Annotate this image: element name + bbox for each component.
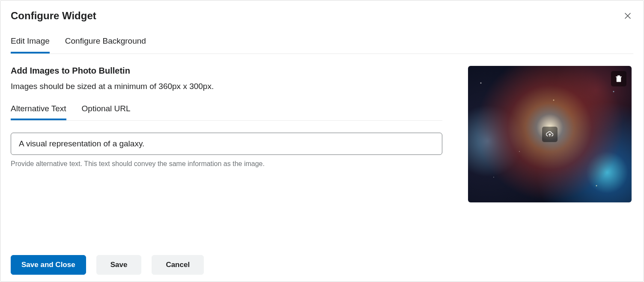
svg-rect-2 [617,76,620,77]
upload-image-button[interactable] [542,127,558,142]
content-row: Add Images to Photo Bulletin Images shou… [11,66,633,202]
svg-rect-0 [617,77,621,82]
dialog-footer: Save and Close Save Cancel [11,255,204,275]
sub-tab-alternative-text[interactable]: Alternative Text [11,104,66,120]
tab-configure-background[interactable]: Configure Background [65,36,146,53]
section-description: Images should be sized at a minimum of 3… [11,82,442,91]
section-heading: Add Images to Photo Bulletin [11,66,442,76]
dialog-header: Configure Widget [11,10,633,22]
close-button[interactable] [622,10,633,21]
save-and-close-button[interactable]: Save and Close [11,255,86,275]
alternative-text-input[interactable] [11,133,442,155]
upload-cloud-icon [546,131,554,138]
configure-widget-dialog: Configure Widget Edit Image Configure Ba… [0,0,644,282]
sub-tab-optional-url[interactable]: Optional URL [82,104,131,120]
right-column [468,66,632,202]
delete-image-button[interactable] [611,71,626,86]
dialog-title: Configure Widget [11,10,96,22]
left-column: Add Images to Photo Bulletin Images shou… [11,66,442,202]
cancel-button[interactable]: Cancel [152,255,204,275]
secondary-tab-bar: Alternative Text Optional URL [11,104,442,121]
close-icon [624,12,632,20]
trash-icon [615,75,623,83]
alternative-text-helper: Provide alternative text. This text shou… [11,160,442,168]
image-preview [468,66,632,202]
svg-rect-1 [616,77,622,77]
tab-edit-image[interactable]: Edit Image [11,36,50,53]
primary-tab-bar: Edit Image Configure Background [11,36,633,54]
save-button[interactable]: Save [96,255,142,275]
